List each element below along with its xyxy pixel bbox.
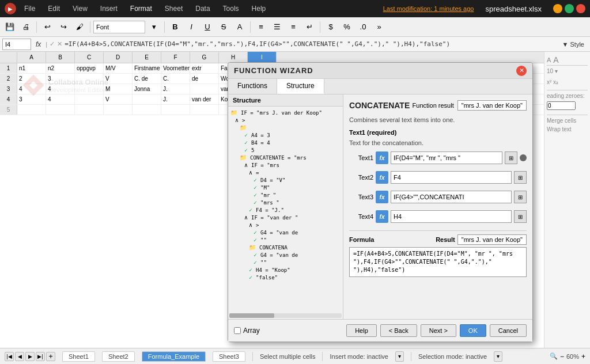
expand-icon: ∧ (249, 222, 252, 228)
tree-node[interactable]: ✓ "mrs " (230, 199, 341, 206)
array-checkbox[interactable] (234, 327, 241, 334)
expand-icon: ∧ (235, 117, 239, 123)
dialog-titlebar: FUNCTION WIZARD ✕ (228, 63, 532, 79)
node-label: B4 = 4 (251, 140, 270, 146)
horizontal-scrollbar[interactable] (229, 313, 342, 318)
node-label: IF = "van der " (251, 215, 298, 221)
text1-help-dot (520, 154, 527, 161)
tree-node[interactable]: ∧ > (230, 221, 341, 229)
node-label: CONCATENA (259, 245, 288, 251)
cancel-button[interactable]: Cancel (490, 324, 527, 337)
text1-label: Text1 (349, 154, 373, 161)
node-label: "" (260, 237, 267, 243)
node-label: "mrs " (260, 200, 279, 206)
dialog-content: Structure 📁 IF = "mrs J. van der Koop" ∧… (228, 94, 532, 319)
check-icon: ✓ (254, 229, 257, 236)
folder-icon: 📁 (230, 109, 237, 116)
node-label: "false" (256, 275, 278, 280)
text2-fx-button[interactable]: fx (376, 171, 388, 184)
dialog-footer: Array Help < Back Next > OK Cancel (228, 319, 532, 342)
ok-button[interactable]: OK (460, 324, 486, 337)
arg-row-text1: Text1 fx ⊞ (349, 151, 527, 164)
text2-label: Text2 (349, 174, 373, 181)
node-label: G4 = "van de (260, 252, 298, 258)
result-label: Result (436, 236, 455, 243)
text4-fx-button[interactable]: fx (376, 210, 388, 223)
tree-node[interactable]: 📁 CONCATENA (230, 244, 341, 251)
text2-input[interactable] (391, 171, 512, 184)
result-header: Function result "mrs J. van der Koop" (413, 100, 527, 111)
check-icon: ✓ (254, 252, 257, 258)
check-icon: ✓ (249, 274, 252, 280)
help-button[interactable]: Help (346, 324, 377, 337)
text3-shrink-button[interactable]: ⊞ (514, 191, 527, 203)
check-icon: ✓ (254, 184, 257, 191)
node-label: H4 = "Koop" (256, 267, 290, 273)
tree-node[interactable]: ✓ G4 = "van de (230, 229, 341, 236)
tree-node[interactable]: ∧ = (230, 169, 341, 176)
function-header: CONCATENATE Function result "mrs J. van … (349, 100, 527, 111)
check-icon: ✓ (254, 237, 257, 243)
array-label: Array (243, 327, 260, 335)
node-label: G4 = "van de (260, 230, 298, 236)
structure-tree[interactable]: 📁 IF = "mrs J. van der Koop" ∧ > 📁 ✓ A4 … (228, 107, 343, 312)
next-button[interactable]: Next > (421, 324, 456, 337)
text4-shrink-button[interactable]: ⊞ (514, 210, 527, 223)
tab-functions[interactable]: Functions (228, 79, 277, 94)
function-name: CONCATENATE (349, 101, 410, 110)
check-icon: ✓ (244, 132, 248, 138)
check-icon: ✓ (254, 192, 257, 198)
text4-input[interactable] (391, 210, 512, 223)
node-label: = (256, 170, 259, 176)
check-icon: ✓ (254, 199, 257, 206)
text2-shrink-button[interactable]: ⊞ (514, 171, 527, 184)
node-label: IF = "mrs J. van der Koop" (241, 110, 322, 116)
dialog-close-button[interactable]: ✕ (516, 66, 527, 76)
arg-row-text4: Text4 fx ⊞ (349, 210, 527, 223)
tree-node[interactable]: ✓ "mr " (230, 191, 341, 199)
result-value: "mrs J. van der Koop" (457, 234, 527, 245)
node-label: > (256, 222, 259, 228)
node-label: "mr " (260, 192, 276, 198)
tree-node[interactable]: 📁 CONCATENATE = "mrs (230, 154, 341, 161)
node-label: F4 = "J." (256, 207, 284, 213)
node-label: D4 = "V" (260, 177, 285, 183)
tree-node[interactable]: ∧ IF = "van der " (230, 214, 341, 221)
tree-node[interactable]: ✓ H4 = "Koop" (230, 266, 341, 274)
tree-node[interactable]: 📁 IF = "mrs J. van der Koop" (230, 109, 341, 116)
tree-node[interactable]: ✓ D4 = "V" (230, 176, 341, 184)
tree-node[interactable]: ✓ F4 = "J." (230, 206, 341, 214)
node-label: CONCATENATE = "mrs (250, 155, 307, 161)
tree-node[interactable]: ✓ A4 = 3 (230, 131, 341, 139)
check-icon: ✓ (244, 139, 248, 146)
tree-node[interactable]: ✓ B4 = 4 (230, 139, 341, 146)
tree-node[interactable]: ∧ > (230, 116, 341, 124)
tree-node[interactable]: ∧ IF = "mrs (230, 161, 341, 169)
dialog-title: FUNCTION WIZARD (234, 66, 516, 75)
tree-node[interactable]: ✓ "" (230, 259, 341, 266)
text1-shrink-button[interactable]: ⊞ (505, 151, 517, 164)
back-button[interactable]: < Back (380, 324, 417, 337)
tree-node[interactable]: ✓ "M" (230, 184, 341, 191)
tree-node[interactable]: ✓ G4 = "van de (230, 251, 341, 259)
tree-node[interactable]: ✓ "false" (230, 274, 341, 281)
formula-label: Formula (349, 236, 374, 243)
check-icon: ✓ (254, 177, 257, 183)
check-icon: ✓ (254, 259, 257, 266)
result-section: Result "mrs J. van der Koop" (436, 234, 527, 245)
function-wizard-dialog: FUNCTION WIZARD ✕ Functions Structure St… (228, 62, 533, 342)
tree-node[interactable]: ✓ "" (230, 236, 341, 244)
arg-row-text2: Text2 fx ⊞ (349, 171, 527, 184)
text3-input[interactable] (391, 191, 512, 203)
formula-box[interactable]: =IF(A4+B4>5,CONCATENATE(IF(D4="M", "mr "… (349, 247, 527, 277)
tree-node[interactable]: ✓ 5 (230, 146, 341, 154)
expand-icon: ∧ (249, 169, 252, 176)
text1-fx-button[interactable]: fx (376, 151, 388, 164)
text3-fx-button[interactable]: fx (376, 191, 388, 203)
tab-structure[interactable]: Structure (277, 79, 324, 94)
array-checkbox-group: Array (234, 327, 260, 335)
folder-icon: 📁 (249, 244, 256, 251)
node-label: 5 (251, 147, 254, 153)
text1-input[interactable] (391, 151, 502, 164)
tree-node[interactable]: 📁 (230, 124, 341, 131)
